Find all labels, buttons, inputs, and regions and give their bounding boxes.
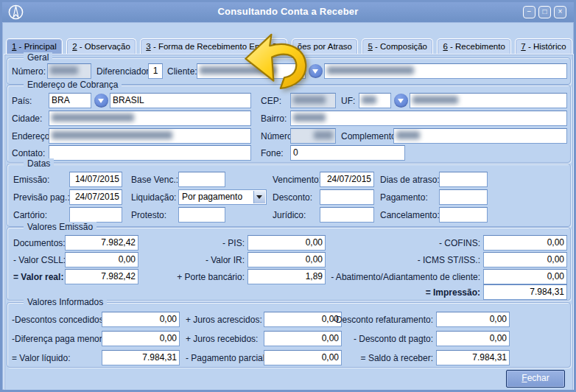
redacted-value	[327, 66, 414, 74]
cancelamento-field[interactable]	[439, 207, 488, 223]
uf-label: UF:	[341, 94, 355, 108]
base-venc-field[interactable]	[178, 172, 225, 187]
cofins-field[interactable]: 0,00	[483, 235, 567, 251]
contato-field[interactable]	[49, 145, 251, 161]
fone-field[interactable]: 0	[290, 145, 405, 161]
dias-atraso-field[interactable]	[439, 172, 488, 187]
pagamento-parcial-label: - Pagamento parcial:	[186, 351, 267, 365]
chevron-down-icon[interactable]	[253, 191, 265, 203]
endereco-field[interactable]	[49, 128, 251, 144]
cliente-label: Cliente:	[167, 64, 197, 79]
maximize-button[interactable]: □	[538, 6, 551, 18]
close-icon[interactable]: ×	[554, 6, 566, 18]
cliente-name-field[interactable]	[324, 63, 567, 79]
pais-nome-field[interactable]: BRASIL	[110, 93, 251, 108]
cartorio-field[interactable]	[69, 207, 122, 223]
documentos-label: Documentos:	[13, 236, 66, 251]
protesto-label: Protesto:	[131, 208, 166, 223]
numero-field[interactable]	[47, 63, 91, 79]
group-datas: Datas Emissão: 14/07/2015 Base Venc.: Ve…	[7, 164, 571, 227]
numero-endereco-field[interactable]	[290, 128, 336, 144]
tab-composicao[interactable]: 5 - Composição	[362, 38, 433, 55]
previsao-pag-field[interactable]: 24/07/2015	[69, 189, 122, 205]
pagamento-parcial-field[interactable]: 0,00	[264, 350, 342, 365]
vencimento-field[interactable]: 24/07/2015	[320, 172, 374, 187]
uf-nome-field[interactable]	[410, 93, 567, 108]
emissao-label: Emissão:	[13, 172, 49, 187]
pis-label: - PIS:	[152, 236, 245, 251]
diferenciador-field[interactable]: 1	[148, 63, 163, 79]
redacted-value	[293, 96, 326, 104]
group-datas-caption: Datas	[24, 158, 54, 169]
uf-dropdown-icon[interactable]	[394, 94, 408, 108]
juridico-field[interactable]	[320, 207, 374, 223]
valor-ir-label: - Valor IR:	[152, 253, 245, 267]
tab-observacao[interactable]: 2 - Observação	[66, 38, 136, 55]
diferenca-paga-menor-field[interactable]: 0,00	[102, 331, 180, 346]
group-endereco-caption: Endereço de Cobrança	[24, 80, 122, 90]
saldo-a-receber-field[interactable]: 7.984,31	[436, 350, 510, 365]
group-geral-caption: Geral	[24, 52, 52, 63]
juros-recebidos-field[interactable]: 0,00	[264, 331, 342, 346]
valor-liquido-label: = Valor líquido:	[12, 351, 71, 365]
liquidacao-select[interactable]: Por pagamento	[178, 189, 267, 205]
uf-field[interactable]	[359, 93, 391, 108]
juros-acrescidos-field[interactable]: 0,00	[264, 312, 342, 327]
valor-liquido-field[interactable]: 7.984,31	[102, 350, 180, 365]
cliente-dropdown-icon[interactable]	[309, 64, 323, 78]
descontos-concedidos-field[interactable]: 0,00	[102, 312, 180, 327]
protesto-field[interactable]	[178, 207, 225, 223]
pagamento-field[interactable]	[439, 189, 488, 205]
valor-csll-field[interactable]: 0,00	[65, 252, 138, 267]
bairro-label: Bairro:	[261, 111, 287, 126]
complemento-field[interactable]	[393, 128, 567, 144]
group-valores-informados: Valores Informados -Descontos concedidos…	[7, 302, 571, 368]
redacted-value	[412, 96, 458, 104]
title-bar: Consultando Conta a Receber − □ ×	[2, 2, 574, 23]
desconto-refaturamento-field[interactable]: 0,00	[436, 312, 510, 327]
previsao-pag-label: Previsão pag.:	[13, 190, 70, 205]
minimize-button[interactable]: −	[523, 6, 535, 18]
cofins-label: - COFINS:	[270, 236, 480, 251]
redacted-value	[50, 66, 78, 74]
valor-real-field[interactable]: 7.982,42	[65, 269, 138, 284]
liquidacao-label: Liquidação:	[131, 190, 176, 205]
desconto-field[interactable]	[320, 189, 374, 205]
cep-label: CEP:	[261, 94, 281, 108]
redacted-value	[362, 96, 376, 104]
base-venc-label: Base Venc.:	[131, 172, 178, 187]
desconto-refaturamento-label: -Desconto refaturamento:	[331, 312, 433, 327]
documentos-field[interactable]: 7.982,42	[65, 235, 138, 251]
tab-historico[interactable]: 7 - Histórico	[515, 38, 572, 55]
abatimento-label: - Abatimento/Adiantamento de cliente:	[270, 270, 480, 284]
juridico-label: Jurídico:	[273, 208, 306, 223]
valor-real-label: = Valor real:	[13, 270, 63, 284]
tab-recebimento[interactable]: 6 - Recebimento	[437, 38, 510, 55]
complemento-label: Complemento:	[341, 129, 398, 144]
abatimento-field[interactable]: 0,00	[483, 269, 567, 284]
cep-field[interactable]	[290, 93, 336, 108]
dialog-window: Consultando Conta a Receber − □ × 1 - Pr…	[0, 0, 576, 392]
pais-dropdown-icon[interactable]	[94, 94, 108, 108]
window-controls: − □ ×	[523, 6, 566, 18]
icms-st-iss-label: - ICMS ST/ISS.:	[270, 253, 480, 267]
emissao-field[interactable]: 14/07/2015	[69, 172, 122, 187]
group-valores-emissao: Valores Emissão Documentos: 7.982,42 - P…	[7, 227, 571, 301]
bairro-field[interactable]	[290, 111, 567, 126]
impressao-label: = Impressão:	[330, 285, 480, 300]
juros-acrescidos-label: + Juros acrescidos:	[186, 312, 262, 327]
impressao-field[interactable]: 7.984,31	[483, 284, 567, 300]
pais-code-field[interactable]: BRA	[49, 93, 91, 108]
redacted-value	[52, 131, 172, 139]
pagamento-label: Pagamento:	[380, 190, 428, 205]
icms-st-iss-field[interactable]: 0,00	[483, 252, 567, 267]
group-endereco-cobranca: Endereço de Cobrança País: BRA BRASIL CE…	[7, 85, 571, 163]
redacted-value	[293, 113, 326, 122]
cidade-field[interactable]	[49, 111, 251, 126]
cidade-label: Cidade:	[12, 111, 42, 126]
fechar-button[interactable]: Fechar	[506, 370, 565, 388]
descontos-concedidos-label: -Descontos concedidos:	[12, 312, 106, 327]
vencimento-label: Vencimento:	[273, 172, 321, 187]
group-valores-informados-caption: Valores Informados	[24, 297, 107, 307]
desconto-dt-pagto-field[interactable]: 0,00	[436, 331, 510, 346]
